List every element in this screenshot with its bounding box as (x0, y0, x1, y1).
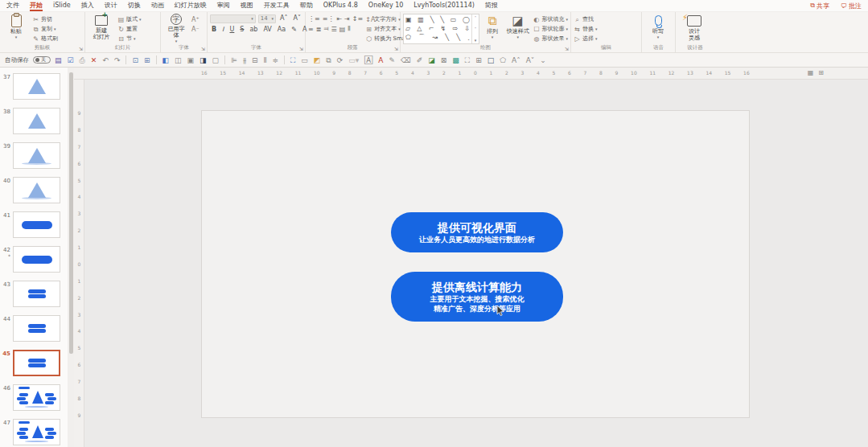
menu-tab-视图[interactable]: 视图 (241, 0, 253, 11)
qat-eraser-icon[interactable]: ⌫ (401, 54, 411, 67)
paragraph-icon-r1-4[interactable]: ↕≡ (352, 15, 363, 23)
clipboard-dialog-launcher[interactable]: ⇲ (79, 46, 83, 51)
shape-effects-button[interactable]: ◍ 形状效果 ▾ (533, 35, 568, 43)
qat-redo-icon[interactable]: ↷ (114, 54, 121, 67)
font-style-button-u[interactable]: U (228, 25, 236, 35)
qat-shape-icon[interactable]: ⬠ (500, 54, 506, 67)
menu-tab-幻灯片放映[interactable]: 幻灯片放映 (175, 0, 207, 11)
shape-glyph-2-4[interactable]: ╲ (456, 34, 460, 42)
menu-tab-帮助[interactable]: 帮助 (300, 0, 313, 11)
shape-glyph-1-0[interactable]: ▱ (405, 25, 410, 33)
shape-glyph-2-5[interactable]: ˯ (467, 34, 470, 42)
slide-thumbnail-47[interactable] (13, 419, 60, 445)
paragraph-icon-r2-0[interactable]: ≡ (308, 26, 314, 33)
qat-undo-icon[interactable]: ↶ (102, 54, 109, 67)
find-button[interactable]: ⌕ 查找 (574, 15, 598, 24)
qat-align-center-h-icon[interactable]: ⫵ (243, 54, 246, 67)
qat-swatch-icon[interactable]: ▩ (452, 54, 459, 67)
quick-styles-button[interactable]: ◪ 快速样式 ▾ (505, 14, 531, 44)
qat-slideshow-from-start-icon[interactable]: ⊡ (132, 54, 138, 67)
qat-font-color-icon[interactable]: A (378, 54, 383, 67)
paragraph-icon-r2-5[interactable]: ⫴ (348, 25, 350, 33)
qat-theme-colors-icon[interactable]: ◨ (200, 54, 207, 67)
slide-thumbnail-46[interactable] (13, 384, 60, 411)
qat-textframe-icon[interactable]: ▭ (301, 54, 308, 67)
menu-tab-动画[interactable]: 动画 (151, 0, 164, 11)
font-style-button-aa[interactable]: Aa (276, 25, 287, 35)
font-style-button-b[interactable]: B (210, 25, 218, 35)
increase-font-button[interactable]: A˄ (278, 14, 289, 23)
slide-thumbnail-40[interactable] (13, 177, 60, 203)
shape-glyph-1-2[interactable]: ⌐ (429, 25, 434, 33)
decrease-font-button[interactable]: A˅ (292, 14, 302, 23)
paragraph-icon-r2-4[interactable]: ▤ (339, 26, 346, 33)
shape-glyph-2-2[interactable]: ↝ (432, 34, 438, 42)
section-button[interactable]: ⊟ 节 ▾ (117, 35, 142, 43)
used-font-button[interactable]: 字 已用字 体 ▾ (163, 14, 189, 44)
menu-tab-OKPlus 4.8[interactable]: OKPlus 4.8 (323, 0, 358, 11)
paragraph-icon-r1-3[interactable]: ⇥ (344, 15, 350, 23)
shape-glyph-1-5[interactable]: ⇩ (464, 25, 470, 33)
slide-thumbnail-37[interactable] (13, 73, 60, 100)
paragraph-icon-r1-1[interactable]: ≡⋮ (323, 15, 335, 23)
qat-save-status-icon[interactable]: ☑ (68, 54, 74, 67)
menu-tab-LvyhTools(201114)[interactable]: LvyhTools(201114) (413, 0, 474, 11)
qat-sorter-view-icon[interactable]: ◫ (175, 54, 182, 67)
font-size-combo[interactable]: 14▾ (258, 14, 276, 23)
qat-square-icon[interactable]: □ (487, 54, 495, 67)
arrange-button[interactable]: ⧉ 排列 ▾ (482, 14, 503, 44)
qat-close-red-icon[interactable]: ✕ (91, 54, 97, 67)
slide-thumbnail-45[interactable] (13, 350, 60, 376)
qat-textbox-icon[interactable]: ▢ (212, 54, 220, 67)
qat-save-icon[interactable]: ▤ (55, 54, 62, 67)
new-slide-button[interactable]: 新建 幻灯片 (88, 14, 115, 44)
slide-page[interactable]: 提供可视化界面让业务人员更高效的地进行数据分析提供离线计算能力主要用于文本挖掘、… (201, 110, 750, 418)
menu-tab-OneKey 10[interactable]: OneKey 10 (368, 0, 404, 11)
shape-glyph-0-3[interactable]: ╲ (440, 16, 444, 24)
select-button[interactable]: ▷ 选择 ▾ (574, 35, 598, 43)
paragraph-icon-r2-1[interactable]: ≣ (316, 26, 322, 33)
slide-thumbnail-42[interactable] (13, 246, 60, 273)
grow-font-button[interactable]: A⁺ (191, 15, 199, 24)
menu-tab-简报[interactable]: 简报 (485, 0, 498, 11)
shape-glyph-1-4[interactable]: ⇨ (452, 25, 458, 33)
shape-glyph-0-4[interactable]: ▭ (450, 16, 457, 24)
qat-font-shrink-icon[interactable]: A˅ (526, 54, 535, 67)
gallery-up-icon[interactable]: ˄ (475, 15, 477, 20)
qat-align-middle-icon[interactable]: ⊟ (252, 54, 258, 67)
gallery-more-icon[interactable]: ▾ (475, 38, 477, 43)
qat-selection-icon[interactable]: ⛶ (465, 54, 470, 67)
replace-button[interactable]: ⇆ 替换 ▾ (574, 25, 598, 34)
font-name-combo[interactable]: ▾ (210, 14, 256, 23)
qat-fill-color-icon[interactable]: ◩ (314, 54, 321, 67)
shape-gallery[interactable]: ▣▥╲╲▭◯▱△⌐↯⇨⇩⬠⌒↝╲╲˯ ˄ ˅ ▾ (403, 14, 479, 44)
font-style-button-av[interactable]: AV (261, 25, 273, 35)
cut-button[interactable]: ✂ 剪切 (32, 15, 58, 24)
shape-glyph-0-1[interactable]: ▥ (418, 16, 424, 24)
shape-outline-button[interactable]: ☐ 形状轮廓 ▾ (533, 25, 568, 34)
autosave-toggle[interactable]: 关 (33, 56, 51, 64)
format-painter-button[interactable]: ✎ 格式刷 (32, 35, 58, 43)
paragraph-icon-r2-2[interactable]: ⫤ (323, 25, 328, 33)
slide-thumbnail-43[interactable] (13, 281, 60, 307)
qat-combo-blank[interactable]: ▭▾ (348, 54, 359, 67)
shape-glyph-0-5[interactable]: ◯ (463, 16, 470, 24)
menu-tab-iSlide[interactable]: iSlide (53, 0, 71, 11)
layout-button[interactable]: ▤ 版式 ▾ (117, 15, 142, 24)
comments-button[interactable]: 🗩 批注 (841, 2, 862, 10)
menu-tab-设计[interactable]: 设计 (105, 0, 117, 11)
menu-tab-切换[interactable]: 切换 (128, 0, 141, 11)
menu-tab-文件[interactable]: 文件 (6, 0, 19, 11)
qat-language-icon[interactable]: 🄰 (364, 54, 372, 67)
slide-thumbnail-39[interactable] (13, 142, 60, 169)
grid-icon[interactable]: ▦ (808, 69, 814, 76)
qat-print-icon[interactable]: ⎙ (80, 54, 85, 67)
qat-distribute-h-icon[interactable]: ⫴ (264, 54, 267, 67)
qat-group-icon[interactable]: ⧉ (326, 54, 331, 67)
slide-shape-0[interactable]: 提供可视化界面让业务人员更高效的地进行数据分析 (391, 212, 563, 252)
share-button[interactable]: ⧉ 共享 (810, 2, 829, 10)
qat-more-icon[interactable]: ⌄ (540, 54, 546, 67)
font-style-button-ab[interactable]: ab (248, 25, 259, 35)
used-font-dialog-launcher[interactable]: ⇲ (201, 46, 205, 51)
guides-icon[interactable]: ⊞ (818, 69, 824, 76)
